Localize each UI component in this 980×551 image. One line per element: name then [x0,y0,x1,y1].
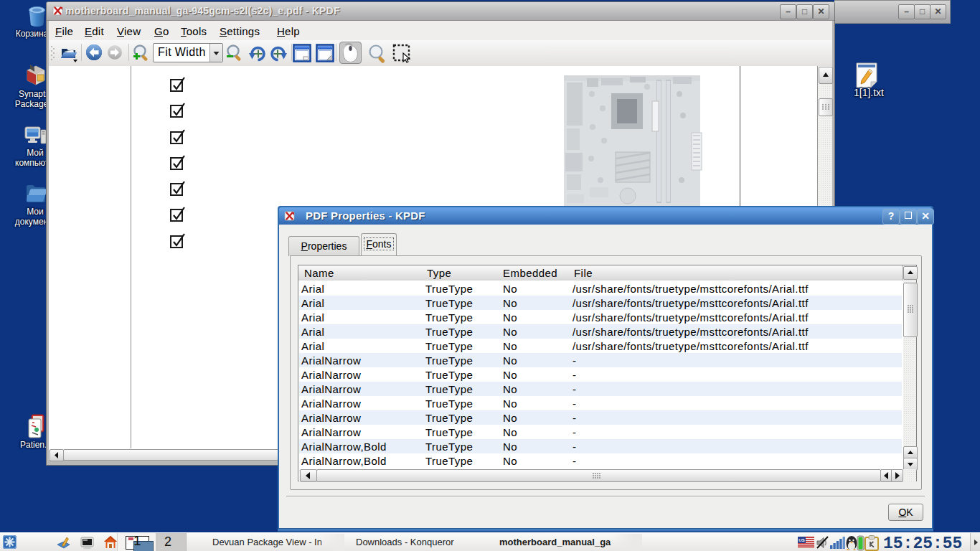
svg-text:US: US [798,538,804,542]
